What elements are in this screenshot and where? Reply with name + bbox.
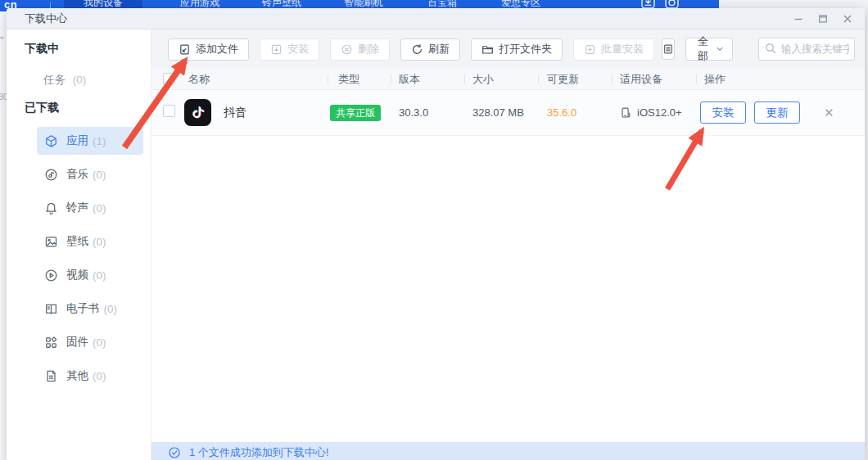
license-badge: 共享正版	[330, 105, 381, 121]
device-icon	[620, 106, 632, 119]
column-type: 类型	[328, 69, 391, 90]
install-button[interactable]: 安装	[260, 38, 319, 61]
table-row: 抖音 共享正版 30.3.0 328.07 MB 35.6.0 iOS12.0+…	[151, 90, 865, 136]
column-name: 名称	[184, 69, 328, 90]
sidebar-item-ebooks[interactable]: 电子书 (0)	[37, 295, 143, 322]
add-file-icon	[179, 43, 191, 56]
dialog-titlebar: 下载中心	[7, 8, 865, 29]
tiktok-app-icon	[184, 99, 211, 126]
task-count: (0)	[73, 74, 87, 86]
batch-install-button[interactable]: 批量安装	[573, 38, 654, 61]
empty-list-area	[151, 136, 865, 442]
sidebar-item-music[interactable]: 音乐 (0)	[37, 160, 143, 188]
toolbar: 添加文件 安装 删除 刷新	[151, 29, 865, 69]
list-view-button[interactable]	[662, 38, 675, 60]
column-version: 版本	[391, 69, 464, 90]
status-bar: 1 个文件成功添加到下载中心!	[151, 442, 865, 460]
filter-value: 全部	[698, 34, 716, 64]
section-downloaded: 已下载	[7, 99, 151, 115]
select-all-checkbox[interactable]	[163, 73, 175, 85]
other-file-icon	[44, 369, 58, 383]
chevron-down-icon	[716, 44, 724, 54]
wallpaper-icon	[44, 235, 58, 249]
maximize-button[interactable]	[814, 11, 832, 27]
column-actions: 操作	[696, 69, 819, 90]
check-circle-icon	[168, 446, 181, 459]
app-name: 抖音	[224, 106, 246, 120]
update-version: 35.6.0	[538, 106, 612, 119]
firmware-icon	[44, 336, 58, 350]
open-folder-button[interactable]: 打开文件夹	[471, 38, 563, 61]
sidebar-item-tasks[interactable]: 任务 (0)	[7, 68, 151, 92]
row-checkbox[interactable]	[163, 105, 175, 117]
delete-circle-icon	[341, 43, 353, 56]
bell-icon	[44, 201, 58, 215]
sidebar: 下载中 任务 (0) 已下载 应用 (1) 音乐 (0)	[7, 29, 151, 460]
row-remove-icon[interactable]: ✕	[819, 106, 834, 120]
install-box-icon	[270, 43, 283, 56]
main-panel: 添加文件 安装 删除 刷新	[151, 29, 865, 460]
sidebar-item-videos[interactable]: 视频 (0)	[37, 261, 143, 289]
search-icon	[765, 43, 776, 54]
sidebar-item-apps[interactable]: 应用 (1)	[37, 127, 143, 155]
app-version: 30.3.0	[391, 106, 464, 119]
sidebar-item-list: 应用 (1) 音乐 (0) 铃声 (0) 壁纸	[7, 127, 151, 390]
app-cube-icon	[44, 134, 58, 148]
row-update-button[interactable]: 更新	[754, 101, 800, 124]
dialog-body: 下载中 任务 (0) 已下载 应用 (1) 音乐 (0)	[7, 29, 865, 460]
column-device: 适用设备	[612, 69, 696, 90]
section-downloading: 下载中	[7, 40, 151, 56]
list-view-icon	[662, 43, 674, 55]
app-size: 328.07 MB	[464, 106, 538, 119]
search-box	[758, 38, 855, 61]
sidebar-item-other[interactable]: 其他 (0)	[37, 362, 143, 390]
status-message: 1 个文件成功添加到下载中心!	[189, 445, 328, 460]
row-install-button[interactable]: 安装	[700, 101, 746, 124]
delete-button[interactable]: 删除	[330, 38, 390, 61]
sidebar-item-ringtones[interactable]: 铃声 (0)	[37, 194, 143, 222]
filter-select[interactable]: 全部	[685, 38, 733, 61]
minimize-button[interactable]	[789, 11, 807, 27]
add-file-button[interactable]: 添加文件	[168, 38, 249, 61]
download-center-dialog: 下载中心 下载中 任务 (0) 已下载	[7, 8, 865, 460]
window-controls	[789, 11, 865, 27]
refresh-button[interactable]: 刷新	[400, 38, 460, 61]
table-header: 名称 类型 版本 大小 可更新 适用设备 操作	[151, 69, 865, 90]
device-compat: iOS12.0+	[637, 106, 682, 119]
column-size: 大小	[464, 69, 538, 90]
sidebar-item-firmware[interactable]: 固件 (0)	[37, 328, 143, 356]
sidebar-item-wallpapers[interactable]: 壁纸 (0)	[37, 228, 143, 255]
video-icon	[44, 268, 58, 282]
column-updatable: 可更新	[538, 69, 612, 90]
music-icon	[44, 168, 58, 182]
dialog-title: 下载中心	[25, 11, 67, 26]
batch-install-icon	[584, 43, 596, 56]
folder-icon	[481, 43, 494, 56]
refresh-icon	[411, 43, 423, 56]
screen: cn 我的设备 应用游戏 铃声壁纸 智能刷机 百宝箱 爱思专区 › 30 下载中…	[0, 0, 868, 460]
close-button[interactable]	[839, 11, 857, 27]
ebook-icon	[44, 302, 58, 316]
